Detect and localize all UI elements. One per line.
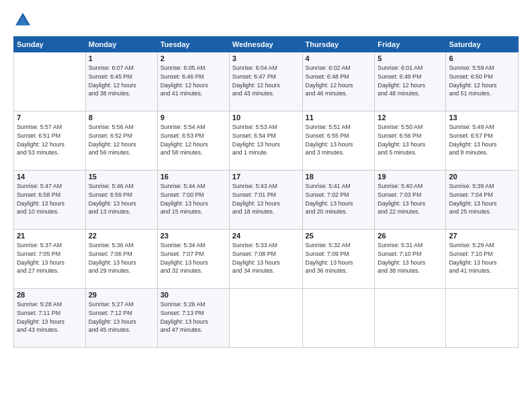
day-detail: Sunrise: 5:40 AMSunset: 7:03 PMDaylight:… bbox=[378, 182, 443, 216]
calendar-cell: 5Sunrise: 6:01 AMSunset: 6:49 PMDaylight… bbox=[375, 52, 446, 111]
day-number: 9 bbox=[161, 113, 226, 122]
calendar-cell: 7Sunrise: 5:57 AMSunset: 6:51 PMDaylight… bbox=[14, 111, 86, 171]
day-detail: Sunrise: 5:29 AMSunset: 7:10 PMDaylight:… bbox=[449, 241, 515, 275]
calendar-cell: 27Sunrise: 5:29 AMSunset: 7:10 PMDayligh… bbox=[446, 230, 519, 289]
calendar-cell: 19Sunrise: 5:40 AMSunset: 7:03 PMDayligh… bbox=[375, 171, 446, 230]
day-number: 18 bbox=[306, 173, 372, 181]
day-number: 19 bbox=[378, 173, 443, 181]
logo-icon bbox=[13, 11, 32, 30]
calendar-cell: 29Sunrise: 5:27 AMSunset: 7:12 PMDayligh… bbox=[85, 289, 157, 348]
day-number: 30 bbox=[161, 291, 226, 299]
header bbox=[13, 11, 519, 30]
day-detail: Sunrise: 5:53 AMSunset: 6:54 PMDaylight:… bbox=[232, 123, 300, 157]
calendar-cell bbox=[229, 289, 302, 348]
day-number: 11 bbox=[306, 113, 372, 122]
day-detail: Sunrise: 5:50 AMSunset: 6:56 PMDaylight:… bbox=[378, 123, 443, 157]
day-detail: Sunrise: 5:33 AMSunset: 7:08 PMDaylight:… bbox=[232, 241, 300, 275]
calendar-weekday-wednesday: Wednesday bbox=[229, 37, 302, 52]
calendar-weekday-monday: Monday bbox=[85, 37, 157, 52]
day-detail: Sunrise: 6:05 AMSunset: 6:46 PMDaylight:… bbox=[161, 64, 226, 98]
day-detail: Sunrise: 5:34 AMSunset: 7:07 PMDaylight:… bbox=[161, 241, 226, 275]
day-number: 3 bbox=[232, 54, 300, 62]
day-detail: Sunrise: 5:32 AMSunset: 7:09 PMDaylight:… bbox=[306, 241, 372, 275]
calendar-cell: 28Sunrise: 5:28 AMSunset: 7:11 PMDayligh… bbox=[14, 289, 86, 348]
calendar-week-row: 21Sunrise: 5:37 AMSunset: 7:05 PMDayligh… bbox=[14, 230, 519, 289]
calendar-table: SundayMondayTuesdayWednesdayThursdayFrid… bbox=[13, 36, 519, 348]
day-number: 10 bbox=[232, 113, 300, 122]
day-number: 8 bbox=[89, 113, 154, 122]
day-detail: Sunrise: 5:57 AMSunset: 6:51 PMDaylight:… bbox=[17, 123, 83, 157]
calendar-cell: 26Sunrise: 5:31 AMSunset: 7:10 PMDayligh… bbox=[375, 230, 446, 289]
day-number: 20 bbox=[449, 173, 515, 181]
day-detail: Sunrise: 6:07 AMSunset: 6:45 PMDaylight:… bbox=[89, 64, 154, 98]
day-number: 17 bbox=[232, 173, 300, 181]
day-number: 16 bbox=[161, 173, 226, 181]
calendar-cell: 18Sunrise: 5:41 AMSunset: 7:02 PMDayligh… bbox=[302, 171, 375, 230]
day-detail: Sunrise: 5:47 AMSunset: 6:58 PMDaylight:… bbox=[17, 182, 83, 216]
calendar-week-row: 28Sunrise: 5:28 AMSunset: 7:11 PMDayligh… bbox=[14, 289, 519, 348]
day-number: 23 bbox=[161, 232, 226, 240]
calendar-cell: 6Sunrise: 5:59 AMSunset: 6:50 PMDaylight… bbox=[446, 52, 519, 111]
calendar-cell: 12Sunrise: 5:50 AMSunset: 6:56 PMDayligh… bbox=[375, 111, 446, 171]
logo bbox=[13, 11, 35, 30]
calendar-cell: 8Sunrise: 5:56 AMSunset: 6:52 PMDaylight… bbox=[85, 111, 157, 171]
day-detail: Sunrise: 5:43 AMSunset: 7:01 PMDaylight:… bbox=[232, 182, 300, 216]
calendar-cell: 9Sunrise: 5:54 AMSunset: 6:53 PMDaylight… bbox=[157, 111, 229, 171]
day-detail: Sunrise: 5:51 AMSunset: 6:55 PMDaylight:… bbox=[306, 123, 372, 157]
day-number: 22 bbox=[89, 232, 154, 240]
calendar-cell: 30Sunrise: 5:26 AMSunset: 7:13 PMDayligh… bbox=[157, 289, 229, 348]
day-detail: Sunrise: 5:56 AMSunset: 6:52 PMDaylight:… bbox=[89, 123, 154, 157]
calendar-cell: 14Sunrise: 5:47 AMSunset: 6:58 PMDayligh… bbox=[14, 171, 86, 230]
calendar-week-row: 7Sunrise: 5:57 AMSunset: 6:51 PMDaylight… bbox=[14, 111, 519, 171]
day-detail: Sunrise: 5:46 AMSunset: 6:59 PMDaylight:… bbox=[89, 182, 154, 216]
calendar-cell: 17Sunrise: 5:43 AMSunset: 7:01 PMDayligh… bbox=[229, 171, 302, 230]
day-detail: Sunrise: 6:01 AMSunset: 6:49 PMDaylight:… bbox=[378, 64, 443, 98]
calendar-cell: 13Sunrise: 5:49 AMSunset: 6:57 PMDayligh… bbox=[446, 111, 519, 171]
day-number: 27 bbox=[449, 232, 515, 240]
day-number: 25 bbox=[306, 232, 372, 240]
calendar-cell: 20Sunrise: 5:39 AMSunset: 7:04 PMDayligh… bbox=[446, 171, 519, 230]
day-number: 2 bbox=[161, 54, 226, 62]
day-detail: Sunrise: 5:44 AMSunset: 7:00 PMDaylight:… bbox=[161, 182, 226, 216]
calendar-cell: 11Sunrise: 5:51 AMSunset: 6:55 PMDayligh… bbox=[302, 111, 375, 171]
day-detail: Sunrise: 5:36 AMSunset: 7:06 PMDaylight:… bbox=[89, 241, 154, 275]
day-number: 1 bbox=[89, 54, 154, 62]
day-detail: Sunrise: 5:54 AMSunset: 6:53 PMDaylight:… bbox=[161, 123, 226, 157]
day-detail: Sunrise: 5:59 AMSunset: 6:50 PMDaylight:… bbox=[449, 64, 515, 98]
calendar-cell: 23Sunrise: 5:34 AMSunset: 7:07 PMDayligh… bbox=[157, 230, 229, 289]
day-detail: Sunrise: 5:31 AMSunset: 7:10 PMDaylight:… bbox=[378, 241, 443, 275]
calendar-cell: 21Sunrise: 5:37 AMSunset: 7:05 PMDayligh… bbox=[14, 230, 86, 289]
day-number: 21 bbox=[17, 232, 83, 240]
day-detail: Sunrise: 5:26 AMSunset: 7:13 PMDaylight:… bbox=[161, 300, 226, 334]
day-number: 7 bbox=[17, 113, 83, 122]
calendar-cell: 3Sunrise: 6:04 AMSunset: 6:47 PMDaylight… bbox=[229, 52, 302, 111]
calendar-cell bbox=[302, 289, 375, 348]
calendar-weekday-tuesday: Tuesday bbox=[157, 37, 229, 52]
day-number: 13 bbox=[449, 113, 515, 122]
day-detail: Sunrise: 6:04 AMSunset: 6:47 PMDaylight:… bbox=[232, 64, 300, 98]
day-number: 28 bbox=[17, 291, 83, 299]
day-number: 29 bbox=[89, 291, 154, 299]
day-detail: Sunrise: 5:39 AMSunset: 7:04 PMDaylight:… bbox=[449, 182, 515, 216]
day-detail: Sunrise: 6:02 AMSunset: 6:48 PMDaylight:… bbox=[306, 64, 372, 98]
calendar-cell: 2Sunrise: 6:05 AMSunset: 6:46 PMDaylight… bbox=[157, 52, 229, 111]
day-number: 26 bbox=[378, 232, 443, 240]
calendar-weekday-friday: Friday bbox=[375, 37, 446, 52]
calendar-header-row: SundayMondayTuesdayWednesdayThursdayFrid… bbox=[14, 37, 519, 52]
calendar-weekday-saturday: Saturday bbox=[446, 37, 519, 52]
day-detail: Sunrise: 5:41 AMSunset: 7:02 PMDaylight:… bbox=[306, 182, 372, 216]
calendar-weekday-sunday: Sunday bbox=[14, 37, 86, 52]
calendar-cell: 4Sunrise: 6:02 AMSunset: 6:48 PMDaylight… bbox=[302, 52, 375, 111]
calendar-cell bbox=[446, 289, 519, 348]
day-detail: Sunrise: 5:49 AMSunset: 6:57 PMDaylight:… bbox=[449, 123, 515, 157]
calendar-cell: 24Sunrise: 5:33 AMSunset: 7:08 PMDayligh… bbox=[229, 230, 302, 289]
day-number: 24 bbox=[232, 232, 300, 240]
calendar-cell: 25Sunrise: 5:32 AMSunset: 7:09 PMDayligh… bbox=[302, 230, 375, 289]
day-number: 5 bbox=[378, 54, 443, 62]
day-number: 14 bbox=[17, 173, 83, 181]
day-detail: Sunrise: 5:28 AMSunset: 7:11 PMDaylight:… bbox=[17, 300, 83, 334]
calendar-cell: 16Sunrise: 5:44 AMSunset: 7:00 PMDayligh… bbox=[157, 171, 229, 230]
calendar-week-row: 14Sunrise: 5:47 AMSunset: 6:58 PMDayligh… bbox=[14, 171, 519, 230]
calendar-cell: 10Sunrise: 5:53 AMSunset: 6:54 PMDayligh… bbox=[229, 111, 302, 171]
calendar-cell bbox=[375, 289, 446, 348]
